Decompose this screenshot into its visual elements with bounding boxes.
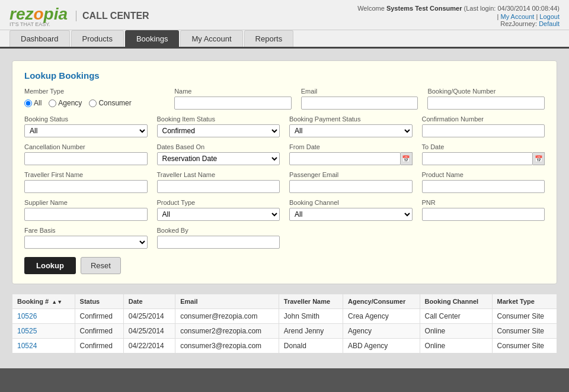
- cancellation-number-input[interactable]: [24, 152, 148, 165]
- sort-arrows[interactable]: ▲▼: [52, 299, 62, 305]
- product-type-select[interactable]: All Flight Hotel Car Tour: [157, 208, 280, 221]
- to-date-label: To Date: [422, 143, 545, 150]
- name-label: Name: [174, 88, 292, 95]
- cell-booking: 10524: [12, 339, 75, 354]
- passenger-email-input[interactable]: [289, 180, 413, 193]
- radio-agency[interactable]: Agency: [49, 99, 82, 107]
- form-row-6: Fare Basis Booked By: [24, 227, 545, 249]
- cell-market-type: Consumer Site: [492, 324, 557, 339]
- product-name-label: Product Name: [422, 171, 545, 178]
- booking-quote-field: Booking/Quote Number: [427, 88, 545, 110]
- radio-consumer[interactable]: Consumer: [89, 99, 131, 107]
- product-name-input[interactable]: [422, 180, 545, 193]
- member-type-radio-group: All Agency Consumer: [24, 99, 165, 109]
- form-row-3: Cancellation Number Dates Based On Reser…: [24, 143, 545, 165]
- cell-agency-consumer: Agency: [343, 324, 420, 339]
- results-table: Booking # ▲▼ Status Date Email Traveller…: [12, 294, 557, 354]
- fare-basis-select[interactable]: [24, 236, 148, 249]
- table-row: 10525 Confirmed 04/25/2014 consumer2@rez…: [12, 324, 557, 339]
- booking-status-select[interactable]: All Confirmed Cancelled Pending: [24, 124, 148, 137]
- traveller-first-name-label: Traveller First Name: [24, 171, 148, 178]
- pnr-input[interactable]: [422, 208, 545, 221]
- logo-text: rezopia: [9, 5, 68, 23]
- traveller-first-name-input[interactable]: [24, 180, 148, 193]
- booked-by-input[interactable]: [157, 236, 280, 249]
- name-field: Name: [174, 88, 292, 110]
- tab-dashboard[interactable]: Dashboard: [9, 30, 70, 47]
- cell-agency-consumer: Crea Agency: [343, 309, 420, 324]
- lookup-button[interactable]: Lookup: [24, 257, 76, 274]
- booking-link[interactable]: 10525: [17, 327, 37, 335]
- to-date-field: To Date 📅: [422, 143, 545, 165]
- product-type-field: Product Type All Flight Hotel Car Tour: [157, 199, 280, 221]
- traveller-last-name-label: Traveller Last Name: [157, 171, 280, 178]
- table-row: 10524 Confirmed 04/22/2014 consumer3@rez…: [12, 339, 557, 354]
- booking-quote-input[interactable]: [427, 97, 545, 110]
- radio-agency-input[interactable]: [49, 99, 56, 107]
- name-input[interactable]: [174, 97, 292, 110]
- logo: rezopia IT'S THAT EASY.: [9, 5, 68, 27]
- pnr-field: PNR: [422, 199, 545, 221]
- nav-bar: Dashboard Products Bookings My Account R…: [0, 30, 569, 49]
- cell-market-type: Consumer Site: [492, 339, 557, 354]
- from-date-field: From Date 📅: [289, 143, 413, 165]
- col-booking-channel: Booking Channel: [420, 294, 492, 309]
- booking-link[interactable]: 10526: [17, 312, 37, 320]
- booking-channel-select[interactable]: All Online Call Center: [289, 208, 413, 221]
- col-market-type: Market Type: [492, 294, 557, 309]
- reset-button[interactable]: Reset: [81, 257, 121, 274]
- radio-consumer-input[interactable]: [89, 99, 97, 107]
- from-date-input[interactable]: [289, 152, 401, 165]
- email-input[interactable]: [301, 97, 418, 110]
- default-link[interactable]: Default: [539, 20, 560, 27]
- dates-based-on-label: Dates Based On: [157, 143, 280, 150]
- cell-booking: 10526: [12, 309, 75, 324]
- booked-by-field: Booked By: [157, 227, 280, 249]
- booked-by-label: Booked By: [157, 227, 280, 234]
- dates-based-on-select[interactable]: Reservation Date Travel Date Created Dat…: [157, 152, 280, 165]
- booking-payment-select[interactable]: All Paid Unpaid: [289, 124, 413, 137]
- cell-date: 04/22/2014: [123, 339, 175, 354]
- booking-channel-label: Booking Channel: [289, 199, 413, 206]
- booking-link[interactable]: 10524: [17, 342, 37, 350]
- to-date-input[interactable]: [422, 152, 533, 165]
- traveller-last-name-input[interactable]: [157, 180, 280, 193]
- booking-item-status-field: Booking Item Status All Confirmed Cancel…: [157, 115, 280, 137]
- confirmation-number-input[interactable]: [422, 124, 545, 137]
- cell-email: consumer3@rezopia.com: [175, 339, 279, 354]
- form-title: Lookup Bookings: [24, 70, 545, 81]
- col-booking-label: Booking #: [17, 298, 49, 305]
- to-date-calendar-icon[interactable]: 📅: [533, 152, 545, 165]
- cancellation-number-field: Cancellation Number: [24, 143, 148, 165]
- logout-link[interactable]: Logout: [539, 13, 560, 20]
- radio-all-input[interactable]: [24, 99, 32, 107]
- radio-all[interactable]: All: [24, 99, 41, 107]
- cell-booking-channel: Online: [420, 324, 492, 339]
- tab-bookings[interactable]: Bookings: [125, 30, 179, 47]
- main-content: Lookup Bookings Member Type All Agency C…: [0, 49, 569, 368]
- tab-my-account[interactable]: My Account: [180, 30, 242, 47]
- form-row-1: Member Type All Agency Consumer Name: [24, 88, 545, 110]
- booking-item-status-select[interactable]: All Confirmed Cancelled Pending: [157, 124, 280, 137]
- col-booking[interactable]: Booking # ▲▼: [12, 294, 75, 309]
- welcome-text: Welcome: [357, 5, 385, 12]
- user-name: Systems Test Consumer: [386, 5, 462, 12]
- passenger-email-field: Passenger Email: [289, 171, 413, 193]
- last-login: (Last login: 04/30/2014 00:08:44): [464, 5, 560, 12]
- lookup-form: Lookup Bookings Member Type All Agency C…: [12, 60, 557, 284]
- tab-products[interactable]: Products: [71, 30, 124, 47]
- pnr-label: PNR: [422, 199, 545, 206]
- confirmation-number-label: Confirmation Number: [422, 115, 545, 123]
- form-row-4: Traveller First Name Traveller Last Name…: [24, 171, 545, 193]
- supplier-name-input[interactable]: [24, 208, 148, 221]
- member-type-label: Member Type: [24, 88, 165, 95]
- tab-reports[interactable]: Reports: [244, 30, 294, 47]
- from-date-label: From Date: [289, 143, 413, 150]
- form-row-5: Supplier Name Product Type All Flight Ho…: [24, 199, 545, 221]
- col-traveller: Traveller Name: [279, 294, 343, 309]
- fare-basis-label: Fare Basis: [24, 227, 148, 234]
- booking-item-status-label: Booking Item Status: [157, 115, 280, 123]
- from-date-calendar-icon[interactable]: 📅: [401, 152, 413, 165]
- dates-based-on-field: Dates Based On Reservation Date Travel D…: [157, 143, 280, 165]
- my-account-link[interactable]: My Account: [501, 13, 535, 20]
